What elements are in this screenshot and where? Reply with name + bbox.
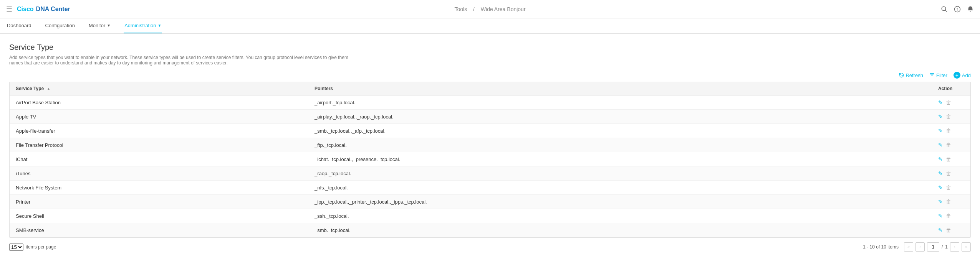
col-label-service-type: Service Type bbox=[16, 86, 44, 91]
table-row: AirPort Base Station _airport._tcp.local… bbox=[10, 95, 970, 110]
service-type-cell: iChat bbox=[10, 152, 308, 166]
nav-item-administration[interactable]: Administration ▼ bbox=[124, 18, 162, 33]
service-type-cell: Network File System bbox=[10, 181, 308, 195]
delete-icon[interactable]: 🗑 bbox=[946, 114, 951, 120]
prev-page-button[interactable]: ‹ bbox=[915, 242, 925, 252]
top-nav: ☰ Cisco DNA Center Tools / Wide Area Bon… bbox=[0, 0, 980, 18]
action-cell: ✎ 🗑 bbox=[932, 138, 970, 152]
add-button[interactable]: + Add bbox=[954, 72, 971, 79]
edit-icon[interactable]: ✎ bbox=[938, 199, 943, 205]
pagination-summary: 1 - 10 of 10 items bbox=[863, 244, 899, 250]
delete-icon[interactable]: 🗑 bbox=[946, 128, 951, 134]
brand: Cisco DNA Center bbox=[17, 6, 70, 13]
main-content: Service Type Add service types that you … bbox=[0, 34, 980, 255]
nav-item-configuration[interactable]: Configuration bbox=[45, 18, 76, 33]
second-nav: Dashboard Configuration Monitor ▼ Admini… bbox=[0, 18, 980, 34]
action-cell: ✎ 🗑 bbox=[932, 209, 970, 223]
next-page-button[interactable]: › bbox=[950, 242, 959, 252]
delete-icon[interactable]: 🗑 bbox=[946, 199, 951, 205]
col-header-action: Action bbox=[932, 82, 970, 95]
items-per-page-section: 15 25 50 items per page bbox=[9, 243, 56, 251]
pointers-cell: _smb._tcp.local. bbox=[308, 223, 932, 237]
first-page-button[interactable]: « bbox=[904, 242, 913, 252]
page-description: Add service types that you want to enabl… bbox=[9, 55, 355, 66]
page-subtitle: Wide Area Bonjour bbox=[481, 6, 526, 12]
table-row: File Transfer Protocol _ftp._tcp.local. … bbox=[10, 138, 970, 152]
action-cell: ✎ 🗑 bbox=[932, 223, 970, 237]
sort-icon-service-type: ▲ bbox=[47, 87, 51, 91]
delete-icon[interactable]: 🗑 bbox=[946, 142, 951, 148]
edit-icon[interactable]: ✎ bbox=[938, 99, 943, 105]
filter-button[interactable]: Filter bbox=[929, 72, 947, 78]
search-icon[interactable] bbox=[941, 6, 948, 13]
footer: 15 25 50 items per page 1 - 10 of 10 ite… bbox=[9, 242, 971, 252]
help-icon[interactable]: ? bbox=[954, 6, 961, 13]
current-page-input[interactable] bbox=[927, 242, 939, 252]
items-per-page-select[interactable]: 15 25 50 bbox=[9, 243, 23, 251]
filter-icon bbox=[929, 72, 935, 78]
page-heading: Service Type bbox=[9, 43, 971, 52]
dna-label: DNA Center bbox=[36, 6, 70, 13]
edit-icon[interactable]: ✎ bbox=[938, 142, 943, 148]
action-cell: ✎ 🗑 bbox=[932, 166, 970, 181]
pointers-cell: _airplay._tcp.local.,_raop._tcp.local. bbox=[308, 110, 932, 124]
notification-icon[interactable] bbox=[967, 6, 974, 13]
breadcrumb-separator: / bbox=[473, 6, 475, 12]
service-type-cell: Apple-file-transfer bbox=[10, 124, 308, 138]
nav-item-dashboard[interactable]: Dashboard bbox=[6, 18, 32, 33]
col-label-pointers: Pointers bbox=[315, 86, 333, 91]
pointers-cell: _ipp._tcp.local.,_printer._tcp.local.,_i… bbox=[308, 195, 932, 209]
chevron-down-icon: ▼ bbox=[107, 23, 111, 28]
refresh-button[interactable]: Refresh bbox=[899, 72, 923, 78]
service-type-cell: File Transfer Protocol bbox=[10, 138, 308, 152]
table-row: Apple TV _airplay._tcp.local.,_raop._tcp… bbox=[10, 110, 970, 124]
delete-icon[interactable]: 🗑 bbox=[946, 156, 951, 162]
table-header-row: Service Type ▲ Pointers Action bbox=[10, 82, 970, 95]
pointers-cell: _nfs._tcp.local. bbox=[308, 181, 932, 195]
edit-icon[interactable]: ✎ bbox=[938, 114, 943, 120]
delete-icon[interactable]: 🗑 bbox=[946, 227, 951, 233]
pointers-cell: _airport._tcp.local. bbox=[308, 95, 932, 110]
nav-label-configuration: Configuration bbox=[45, 23, 75, 28]
refresh-icon bbox=[899, 72, 904, 78]
page-of-label: / bbox=[942, 244, 943, 250]
table-row: iTunes _raop._tcp.local. ✎ 🗑 bbox=[10, 166, 970, 181]
toolbar: Refresh Filter + Add bbox=[9, 72, 971, 79]
edit-icon[interactable]: ✎ bbox=[938, 213, 943, 219]
nav-label-monitor: Monitor bbox=[89, 23, 105, 28]
nav-label-administration: Administration bbox=[124, 23, 156, 28]
action-cell: ✎ 🗑 bbox=[932, 152, 970, 166]
nav-item-monitor[interactable]: Monitor ▼ bbox=[88, 18, 111, 33]
total-pages: 1 bbox=[945, 244, 948, 250]
delete-icon[interactable]: 🗑 bbox=[946, 99, 951, 105]
action-cell: ✎ 🗑 bbox=[932, 95, 970, 110]
edit-icon[interactable]: ✎ bbox=[938, 184, 943, 191]
col-header-service-type[interactable]: Service Type ▲ bbox=[10, 82, 308, 95]
table-row: Secure Shell _ssh._tcp.local. ✎ 🗑 bbox=[10, 209, 970, 223]
pointers-cell: _raop._tcp.local. bbox=[308, 166, 932, 181]
edit-icon[interactable]: ✎ bbox=[938, 170, 943, 176]
service-type-cell: iTunes bbox=[10, 166, 308, 181]
action-cell: ✎ 🗑 bbox=[932, 124, 970, 138]
pointers-cell: _ichat._tcp.local.,_presence._tcp.local. bbox=[308, 152, 932, 166]
pointers-cell: _ssh._tcp.local. bbox=[308, 209, 932, 223]
page-title: Tools / Wide Area Bonjour bbox=[452, 6, 528, 12]
delete-icon[interactable]: 🗑 bbox=[946, 184, 951, 191]
svg-point-0 bbox=[942, 7, 946, 11]
table-row: Apple-file-transfer _smb._tcp.local.,_af… bbox=[10, 124, 970, 138]
action-cell: ✎ 🗑 bbox=[932, 181, 970, 195]
last-page-button[interactable]: » bbox=[962, 242, 971, 252]
edit-icon[interactable]: ✎ bbox=[938, 227, 943, 233]
add-circle-icon: + bbox=[954, 72, 960, 79]
service-type-cell: AirPort Base Station bbox=[10, 95, 308, 110]
hamburger-icon[interactable]: ☰ bbox=[6, 5, 12, 13]
action-cell: ✎ 🗑 bbox=[932, 195, 970, 209]
edit-icon[interactable]: ✎ bbox=[938, 156, 943, 162]
action-cell: ✎ 🗑 bbox=[932, 110, 970, 124]
service-type-cell: Secure Shell bbox=[10, 209, 308, 223]
chevron-down-icon-admin: ▼ bbox=[158, 23, 162, 28]
edit-icon[interactable]: ✎ bbox=[938, 128, 943, 134]
delete-icon[interactable]: 🗑 bbox=[946, 170, 951, 176]
svg-text:?: ? bbox=[956, 7, 958, 11]
delete-icon[interactable]: 🗑 bbox=[946, 213, 951, 219]
